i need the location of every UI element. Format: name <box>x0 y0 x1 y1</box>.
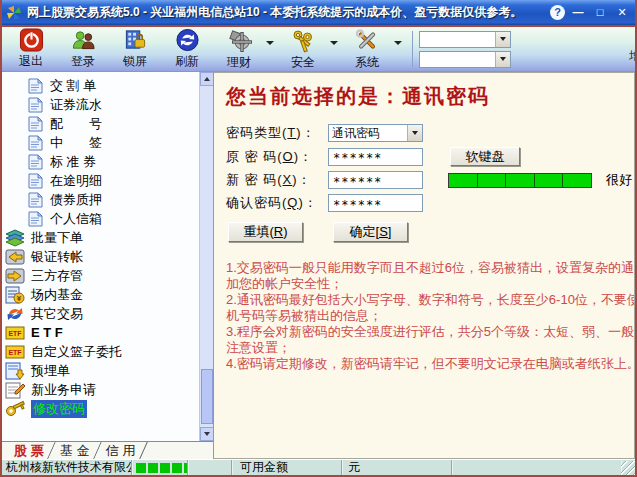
finance-button[interactable]: 理财 <box>214 28 264 71</box>
toolbar-combo-bottom[interactable] <box>419 51 511 68</box>
refresh-button-label: 刷新 <box>175 53 199 70</box>
login-button[interactable]: 登录 <box>58 28 108 70</box>
password-type-label: 密码类型(T)： <box>226 124 328 142</box>
security-dropdown-icon[interactable] <box>330 41 338 45</box>
sidebar-item-third-party-deposit[interactable]: 三方存管 <box>2 266 213 285</box>
security-keys-icon <box>291 28 316 53</box>
login-users-icon <box>71 28 96 52</box>
finance-gear-icon <box>227 28 252 53</box>
minimize-icon[interactable]: — <box>569 5 587 20</box>
tab-funds[interactable]: 基 金 <box>48 442 102 459</box>
document-icon <box>28 173 43 189</box>
connection-status-blocks <box>132 460 188 475</box>
sidebar-item-biaozhunquan[interactable]: 标 准 券 <box>2 152 213 171</box>
exit-button-label: 退出 <box>19 53 43 70</box>
document-icon <box>28 116 43 132</box>
combo-bottom-arrow-button[interactable] <box>495 52 510 67</box>
other-trades-icon <box>5 305 25 323</box>
toolbar-right-label[interactable]: 增 <box>629 48 637 70</box>
help-icon[interactable]: ? <box>550 5 565 20</box>
password-strength-bar <box>448 173 592 188</box>
main-panel: 您当前选择的是：通讯密码 密码类型(T)： 通讯密码 原 密 码(O)： 软键盘… <box>214 72 635 459</box>
new-business-icon <box>5 381 25 399</box>
status-spacer <box>188 460 232 475</box>
sidebar-item-other-trades[interactable]: 其它交易 <box>2 304 213 323</box>
company-name: 杭州核新软件技术有限公司 <box>2 460 132 475</box>
currency-unit-label: 元 <box>342 460 452 475</box>
svg-text:ETF: ETF <box>8 330 22 337</box>
login-button-label: 登录 <box>71 53 95 70</box>
document-icon <box>28 97 43 113</box>
sidebar-item-jiaogedan[interactable]: 交 割 单 <box>2 76 213 95</box>
document-icon <box>28 78 43 94</box>
sidebar-item-pre-order[interactable]: 预埋单 <box>2 361 213 380</box>
bank-transfer-icon <box>5 248 25 266</box>
password-type-arrow-button[interactable] <box>407 125 422 141</box>
app-logo-icon <box>6 5 22 21</box>
status-empty-section <box>452 460 621 475</box>
pre-order-icon <box>5 362 25 380</box>
sidebar-item-zhaiquanzhiya[interactable]: 债券质押 <box>2 190 213 209</box>
sidebar-item-etf[interactable]: ETF E T F <box>2 323 213 342</box>
sidebar-item-zaitumingxi[interactable]: 在途明细 <box>2 171 213 190</box>
change-password-key-icon <box>5 400 25 418</box>
soft-keyboard-button[interactable]: 软键盘 <box>450 147 520 166</box>
sidebar-item-change-password[interactable]: 修改密码 <box>2 399 213 418</box>
toolbar-combo-top[interactable] <box>419 31 511 48</box>
batch-orders-icon <box>5 229 25 247</box>
tab-stocks[interactable]: 股 票 <box>2 442 56 459</box>
sidebar-item-exchange-fund[interactable]: ¥ 场内基金 <box>2 285 213 304</box>
exit-button[interactable]: 退出 <box>6 28 56 70</box>
combo-top-arrow-button[interactable] <box>495 32 510 47</box>
app-window: 网上股票交易系统5.0 - 兴业福州电信总站10 - 本委托系统提示的成本价、盈… <box>0 0 637 477</box>
sidebar-item-bank-transfer[interactable]: 银证转帐 <box>2 247 213 266</box>
sidebar-scrollbar[interactable] <box>199 72 213 441</box>
password-tips: 1.交易密码一般只能用数字而且不超过6位，容易被猜出，设置复杂的通讯密 加您的帐… <box>226 260 634 372</box>
security-button-label: 安全 <box>291 54 315 71</box>
lock-screen-button[interactable]: 锁屏 <box>110 28 160 70</box>
status-block-icon <box>172 463 182 473</box>
reset-button[interactable]: 重填(R) <box>228 222 303 242</box>
strength-rating-label: 很好 <box>606 171 632 189</box>
scrollbar-thumb[interactable] <box>201 369 213 424</box>
tab-credit[interactable]: 信 用 <box>94 442 148 459</box>
maximize-icon[interactable]: □ <box>591 5 609 20</box>
resize-grip[interactable] <box>621 461 635 475</box>
sidebar-item-zhengquanliushui[interactable]: 证券流水 <box>2 95 213 114</box>
sidebar-item-peihao[interactable]: 配 号 <box>2 114 213 133</box>
scroll-up-icon[interactable] <box>200 72 213 86</box>
sidebar-item-gerenxinxiang[interactable]: 个人信箱 <box>2 209 213 228</box>
confirm-button[interactable]: 确定[S] <box>333 222 408 242</box>
sidebar-item-custom-basket[interactable]: ETF 自定义篮子委托 <box>2 342 213 361</box>
document-icon <box>28 135 43 151</box>
etf-icon: ETF <box>5 324 25 342</box>
left-panel: 交 割 单 证券流水 配 号 中 签 标 准 券 <box>2 72 214 459</box>
system-button[interactable]: 系统 <box>342 28 392 71</box>
power-exit-icon <box>19 28 44 52</box>
toolbar: 退出 登录 锁屏 <box>2 27 635 72</box>
confirm-password-field[interactable] <box>328 194 423 212</box>
system-dropdown-icon[interactable] <box>394 41 402 45</box>
document-icon <box>28 192 43 208</box>
old-password-field[interactable] <box>328 148 423 166</box>
lock-screen-button-label: 锁屏 <box>123 53 147 70</box>
document-icon <box>28 211 43 227</box>
finance-dropdown-icon[interactable] <box>266 41 274 45</box>
system-tools-icon <box>355 28 380 53</box>
close-icon[interactable]: ✕ <box>613 5 631 20</box>
status-block-icon <box>148 463 158 473</box>
window-title: 网上股票交易系统5.0 - 兴业福州电信总站10 - 本委托系统提示的成本价、盈… <box>27 4 550 21</box>
refresh-button[interactable]: 刷新 <box>162 28 212 70</box>
password-type-select[interactable]: 通讯密码 <box>328 124 423 142</box>
sidebar-item-zhongqian[interactable]: 中 签 <box>2 133 213 152</box>
status-block-icon <box>136 463 146 473</box>
svg-text:ETF: ETF <box>8 349 22 356</box>
new-password-field[interactable] <box>328 171 423 189</box>
scroll-down-icon[interactable] <box>200 427 213 441</box>
sidebar-item-batch-orders[interactable]: 批量下单 <box>2 228 213 247</box>
security-button[interactable]: 安全 <box>278 28 328 71</box>
third-party-deposit-icon <box>5 267 25 285</box>
lock-screen-icon <box>123 28 148 52</box>
new-password-label: 新 密 码(X)： <box>226 171 328 189</box>
sidebar-item-new-business[interactable]: 新业务申请 <box>2 380 213 399</box>
